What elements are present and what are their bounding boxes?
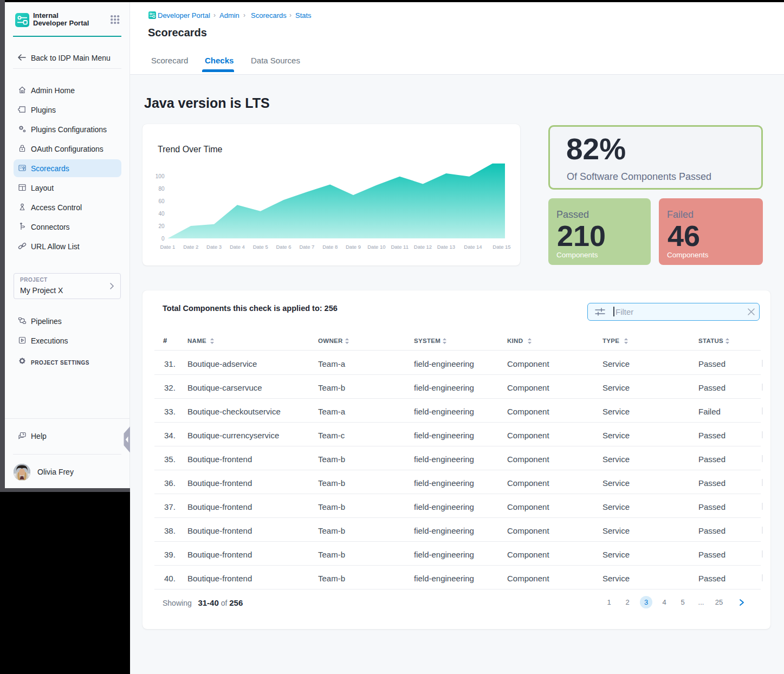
svg-text:Date 3: Date 3: [206, 244, 222, 250]
svg-text:60: 60: [158, 198, 165, 204]
svg-text:Date 4: Date 4: [230, 244, 245, 250]
svg-text:40: 40: [158, 211, 165, 217]
svg-text:Date 9: Date 9: [346, 244, 361, 250]
svg-text:Date 6: Date 6: [276, 244, 291, 250]
svg-text:80: 80: [158, 186, 165, 192]
svg-text:Date 7: Date 7: [299, 244, 314, 250]
svg-text:Date 12: Date 12: [414, 244, 432, 250]
svg-text:Date 5: Date 5: [253, 244, 268, 250]
svg-text:Date 14: Date 14: [464, 244, 482, 250]
svg-text:Date 2: Date 2: [183, 244, 198, 250]
svg-text:20: 20: [158, 223, 165, 229]
svg-text:Date 8: Date 8: [322, 244, 338, 250]
svg-text:Date 15: Date 15: [493, 244, 510, 250]
svg-text:Date 11: Date 11: [391, 244, 409, 250]
svg-text:Date 10: Date 10: [367, 244, 385, 250]
svg-text:100: 100: [155, 173, 165, 179]
svg-text:Date 13: Date 13: [437, 244, 455, 250]
svg-text:0: 0: [161, 236, 165, 242]
svg-text:Date 1: Date 1: [160, 244, 175, 250]
